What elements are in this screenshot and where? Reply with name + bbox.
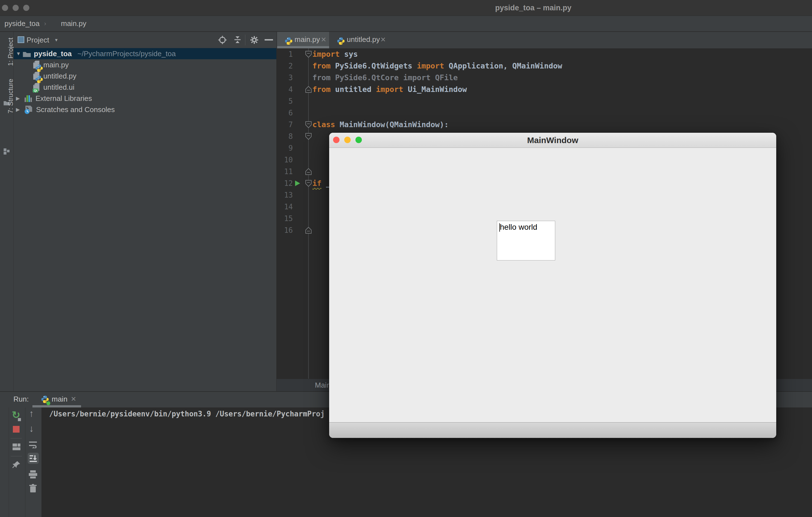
- run-panel-label: Run:: [13, 392, 29, 406]
- arrow-up-icon[interactable]: ↑: [29, 408, 34, 419]
- toolbar-divider: [10, 438, 22, 438]
- structure-icon: [3, 148, 10, 155]
- breadcrumb: pyside_toa › main.py: [0, 16, 812, 32]
- window-close-icon[interactable]: [2, 5, 8, 11]
- running-indicator-icon: [47, 401, 50, 405]
- code-line-1[interactable]: 1import sys: [277, 48, 812, 60]
- chevron-collapsed-icon[interactable]: ▶: [16, 104, 20, 115]
- close-icon[interactable]: ✕: [71, 392, 76, 406]
- tree-file-label: untitled.ui: [43, 82, 74, 93]
- console-command-line: /Users/bernie/pysideenv/bin/python3.9 /U…: [49, 410, 325, 418]
- collapse-all-icon[interactable]: [233, 36, 242, 44]
- breadcrumb-file[interactable]: main.py: [61, 16, 86, 31]
- app-window-title: MainWindow: [329, 133, 776, 148]
- python-icon: [337, 37, 345, 45]
- line-number: 3: [277, 72, 293, 84]
- code-line-5[interactable]: 5: [277, 95, 812, 107]
- fold-marker-icon[interactable]: [305, 180, 312, 187]
- hello-world-textedit[interactable]: hello world: [497, 221, 555, 260]
- locate-file-icon[interactable]: [218, 36, 227, 44]
- external-libraries-icon: [24, 95, 32, 102]
- run-line-icon[interactable]: [295, 180, 300, 186]
- line-number: 7: [277, 119, 293, 131]
- tree-node-label: External Libraries: [35, 93, 92, 104]
- code-line-3[interactable]: 3from PySide6.QtCore import QFile: [277, 72, 812, 84]
- fold-marker-icon[interactable]: [305, 51, 312, 58]
- chevron-down-icon[interactable]: ▾: [55, 32, 58, 48]
- fold-marker-icon[interactable]: [305, 168, 312, 175]
- tree-file-label: main.py: [43, 59, 69, 70]
- line-number: 9: [277, 142, 293, 154]
- line-number: 15: [277, 213, 293, 224]
- tool-window-project-tab[interactable]: 1: Project: [7, 38, 14, 66]
- arrow-down-icon[interactable]: ↓: [29, 423, 34, 434]
- tree-row-untitled-ui[interactable]: Qt untitled.ui: [14, 82, 277, 93]
- clear-all-icon[interactable]: [29, 484, 37, 493]
- tree-node-label: Scratches and Consoles: [36, 104, 115, 115]
- editor-tab-bar: main.py ✕ untitled.py ✕: [277, 32, 812, 48]
- tree-row-untitled-py[interactable]: untitled.py: [14, 70, 277, 82]
- tab-main-py[interactable]: main.py ✕: [277, 32, 329, 48]
- active-tab-underline: [277, 46, 329, 48]
- close-icon[interactable]: ✕: [321, 32, 326, 47]
- python-file-icon: [33, 72, 40, 80]
- screen: pyside_toa – main.py pyside_toa › main.p…: [0, 0, 812, 517]
- project-panel: Project ▾: [14, 32, 277, 391]
- python-file-icon: [33, 61, 40, 69]
- project-view-icon: [18, 36, 24, 43]
- code-line-4[interactable]: 4from untitled import Ui_MainWindow: [277, 84, 812, 95]
- scroll-to-end-icon[interactable]: [29, 455, 37, 462]
- close-icon[interactable]: ✕: [380, 32, 386, 47]
- soft-wrap-icon[interactable]: [29, 441, 37, 448]
- toolbar-divider: [245, 35, 245, 45]
- hide-panel-icon[interactable]: [265, 39, 273, 40]
- hello-world-text: hello world: [500, 223, 537, 232]
- project-panel-title[interactable]: Project: [27, 32, 49, 48]
- tree-file-label: untitled.py: [43, 70, 77, 82]
- code-line-7[interactable]: 7class MainWindow(QMainWindow):: [277, 119, 812, 131]
- tree-row-project-root[interactable]: ▼ pyside_toa ~/PycharmProjects/pyside_to…: [14, 48, 277, 59]
- fold-marker-icon[interactable]: [305, 133, 312, 140]
- window-minimize-icon[interactable]: [12, 5, 19, 11]
- line-number: 4: [277, 84, 293, 95]
- run-tab-underline: [32, 405, 81, 407]
- restore-layout-icon[interactable]: [12, 443, 21, 451]
- chevron-expanded-icon[interactable]: ▼: [16, 48, 21, 59]
- scratches-icon: [24, 105, 33, 114]
- toolbar-divider: [10, 456, 22, 456]
- app-window-titlebar[interactable]: MainWindow: [329, 133, 776, 148]
- rerun-icon-square: [18, 418, 21, 421]
- line-number: 13: [277, 189, 293, 201]
- run-tab-main[interactable]: main: [52, 392, 67, 406]
- tree-row-external-libraries[interactable]: ▶ External Libraries: [14, 93, 277, 104]
- chevron-collapsed-icon[interactable]: ▶: [16, 93, 20, 104]
- tree-row-scratches[interactable]: ▶ Scratches and Consoles: [14, 104, 277, 115]
- code-line-6[interactable]: 6: [277, 107, 812, 119]
- app-window-mainwindow[interactable]: MainWindow hello world: [329, 133, 776, 438]
- app-window-statusbar: [329, 422, 776, 438]
- line-number: 12: [277, 177, 293, 189]
- fold-marker-icon[interactable]: [305, 227, 312, 234]
- code-line-2[interactable]: 2from PySide6.QtWidgets import QApplicat…: [277, 60, 812, 72]
- window-zoom-icon[interactable]: [23, 5, 29, 11]
- tree-root-path: ~/PycharmProjects/pyside_toa: [78, 48, 176, 59]
- fold-marker-icon[interactable]: [305, 86, 312, 93]
- tab-untitled-py[interactable]: untitled.py ✕: [329, 32, 389, 48]
- tab-label[interactable]: untitled.py: [347, 32, 380, 47]
- pin-icon[interactable]: [12, 461, 21, 469]
- project-panel-header: Project ▾: [14, 32, 277, 48]
- fold-marker-icon[interactable]: [305, 121, 312, 128]
- print-icon[interactable]: [29, 470, 37, 479]
- tree-root-name: pyside_toa: [34, 48, 72, 59]
- line-number: 14: [277, 201, 293, 213]
- gear-icon[interactable]: [250, 36, 258, 44]
- tab-label[interactable]: main.py: [294, 32, 320, 47]
- breadcrumb-project[interactable]: pyside_toa: [4, 16, 40, 31]
- line-number: 16: [277, 224, 293, 236]
- tree-row-main-py[interactable]: main.py: [14, 59, 277, 70]
- toolbar-divider: [9, 407, 9, 517]
- line-number: 1: [277, 48, 293, 60]
- tool-window-structure-tab[interactable]: 7: Structure: [7, 79, 14, 113]
- stop-icon[interactable]: [13, 426, 20, 433]
- qt-ui-file-icon: Qt: [33, 83, 40, 91]
